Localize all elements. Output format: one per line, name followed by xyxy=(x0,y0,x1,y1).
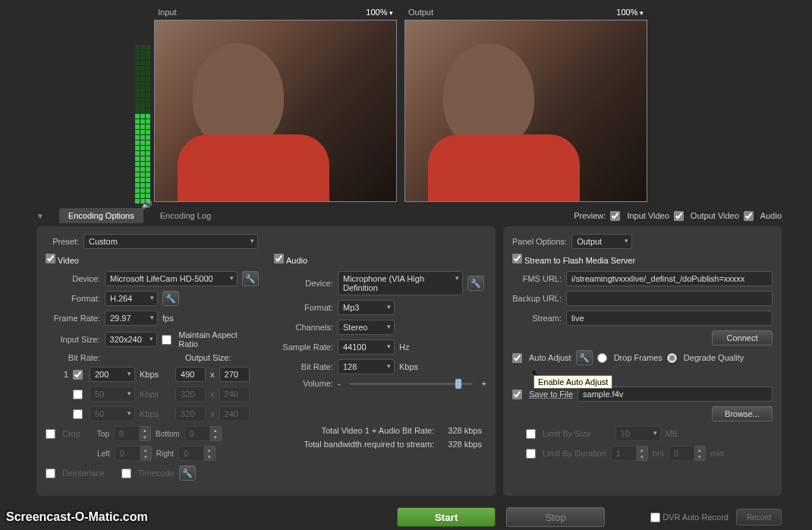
crop-right-label: Right xyxy=(156,450,174,458)
video-format-label: Format: xyxy=(46,294,100,303)
stream-enable-check[interactable] xyxy=(512,254,522,263)
save-to-file-check[interactable] xyxy=(512,390,522,399)
stream1-bitrate[interactable]: 200 xyxy=(90,367,135,382)
preview-output-video-check[interactable] xyxy=(674,211,684,221)
browse-button[interactable]: Browse... xyxy=(712,406,773,421)
outputsize-header: Output Size: xyxy=(185,353,231,362)
crop-left-label: Left xyxy=(97,450,110,458)
hz-unit: Hz xyxy=(399,342,409,352)
auto-adjust-check[interactable] xyxy=(512,353,522,363)
stream1-index: 1 xyxy=(46,370,68,379)
drop-frames-radio[interactable] xyxy=(597,353,607,363)
crop-bottom-label: Bottom xyxy=(156,430,180,438)
limit-size-check[interactable] xyxy=(526,429,536,439)
stream1-check[interactable] xyxy=(73,370,83,380)
audio-meter xyxy=(135,23,150,205)
preview-input-video-label: Input Video xyxy=(627,211,669,220)
crop-top: 0 xyxy=(114,426,140,441)
fms-url-input[interactable] xyxy=(566,271,773,286)
video-format-settings-icon[interactable]: 🔧 xyxy=(162,291,179,306)
volume-plus[interactable]: + xyxy=(482,379,486,388)
duration-mins: 0 xyxy=(669,446,694,461)
inputsize-select[interactable]: 320x240 xyxy=(105,332,158,347)
collapse-icon[interactable]: ▼ xyxy=(36,212,44,220)
preview-output-video-label: Output Video xyxy=(691,211,739,220)
audio-enable-check[interactable] xyxy=(274,254,284,263)
channels-label: Channels: xyxy=(274,323,333,332)
channels-select[interactable]: Stereo xyxy=(338,320,395,335)
video-enable-check[interactable] xyxy=(46,254,55,263)
stop-button: Stop xyxy=(506,507,605,527)
audio-device-select[interactable]: Microphone (VIA High Definition xyxy=(338,271,463,295)
limit-duration-check[interactable] xyxy=(526,449,536,459)
audio-format-select[interactable]: Mp3 xyxy=(338,300,395,315)
timecode-check[interactable] xyxy=(121,468,131,478)
x-sep-2: x xyxy=(210,390,215,399)
connect-button[interactable]: Connect xyxy=(712,330,773,345)
audio-bitrate-label: Bit Rate: xyxy=(274,362,333,371)
crop-label: Crop xyxy=(62,429,80,438)
samplerate-select[interactable]: 44100 xyxy=(338,339,395,355)
limit-size-value: 10 xyxy=(615,426,661,441)
audio-bitrate-select[interactable]: 128 xyxy=(338,359,395,374)
preview-label: Preview: xyxy=(574,211,606,220)
duration-hours: 1 xyxy=(611,446,637,461)
framerate-label: Frame Rate: xyxy=(46,314,100,323)
deinterlace-check[interactable] xyxy=(46,468,55,478)
stream3-check[interactable] xyxy=(73,409,83,419)
output-label: Output xyxy=(408,8,433,17)
maintain-aspect-check[interactable] xyxy=(162,335,172,345)
output-zoom[interactable]: 100% xyxy=(616,8,644,17)
degrade-quality-radio[interactable] xyxy=(667,353,677,363)
fms-url-label: FMS URL: xyxy=(512,274,562,283)
preset-select[interactable]: Custom xyxy=(83,234,258,249)
crop-top-label: Top xyxy=(97,430,109,438)
timecode-settings-icon[interactable]: 🔧 xyxy=(179,465,196,481)
volume-minus[interactable]: - xyxy=(338,379,341,388)
tab-encoding-log[interactable]: Encoding Log xyxy=(151,208,220,223)
auto-adjust-settings-icon[interactable]: 🔧 xyxy=(576,350,593,365)
preview-audio-check[interactable] xyxy=(744,211,754,221)
fps-unit: fps xyxy=(162,314,174,323)
stream3-bitrate: 50 xyxy=(90,406,135,421)
audio-device-settings-icon[interactable]: 🔧 xyxy=(467,276,484,291)
framerate-select[interactable]: 29.97 xyxy=(105,311,158,326)
stream-name-label: Stream: xyxy=(512,314,562,323)
stream3-width: 320 xyxy=(175,406,206,421)
video-device-settings-icon[interactable]: 🔧 xyxy=(242,271,259,286)
backup-url-label: Backup URL: xyxy=(512,294,562,303)
save-to-file-label: Save to File xyxy=(529,390,573,399)
preview-audio-label: Audio xyxy=(760,211,782,220)
stream-name-input[interactable] xyxy=(566,311,773,326)
maintain-aspect-label: Maintain Aspect Ratio xyxy=(178,330,259,349)
stream1-height[interactable]: 270 xyxy=(219,367,250,382)
panel-options-select[interactable]: Output xyxy=(571,234,632,249)
input-zoom[interactable]: 100% xyxy=(366,8,393,17)
speaker-icon[interactable]: 🔊 xyxy=(141,199,153,210)
crop-check[interactable] xyxy=(46,429,55,439)
video-format-select[interactable]: H.264 xyxy=(105,291,158,306)
input-preview xyxy=(154,20,397,202)
stream2-width: 320 xyxy=(175,386,206,402)
backup-url-input[interactable] xyxy=(566,291,773,306)
volume-slider[interactable] xyxy=(350,383,473,385)
x-sep-3: x xyxy=(210,409,215,418)
kbps-unit-1: Kbps xyxy=(140,370,159,379)
start-button[interactable]: Start xyxy=(397,507,496,527)
stream-section-label: Stream to Flash Media Server xyxy=(524,256,635,265)
audio-kbps-unit: Kbps xyxy=(399,362,418,371)
preview-input-video-check[interactable] xyxy=(610,211,620,221)
video-section-label: Video xyxy=(58,256,79,265)
total-video-value: 328 kbps xyxy=(448,426,482,435)
watermark: Screencast-O-Matic.com xyxy=(6,510,148,524)
stream2-check[interactable] xyxy=(73,390,83,399)
bitrate-header: Bit Rate: xyxy=(46,353,100,362)
dvr-auto-record-check[interactable] xyxy=(650,513,660,522)
filename-input[interactable] xyxy=(578,386,773,402)
tab-encoding-options[interactable]: Encoding Options xyxy=(59,208,143,223)
video-device-select[interactable]: Microsoft LifeCam HD-5000 xyxy=(105,271,238,286)
stream1-width[interactable]: 490 xyxy=(175,367,206,382)
mb-unit: MB xyxy=(666,429,678,438)
total-bw-value: 328 kbps xyxy=(448,440,482,449)
kbps-unit-2: Kbps xyxy=(140,390,159,399)
